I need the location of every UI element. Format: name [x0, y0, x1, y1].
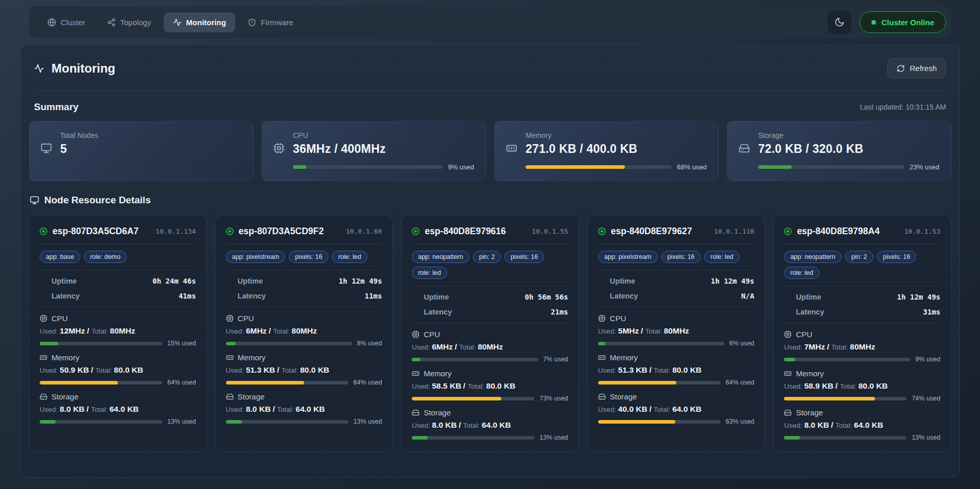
panel-header: Monitoring Refresh — [21, 45, 959, 91]
usage-percent-label: 73% used — [539, 395, 568, 402]
node-tag: app: base — [40, 251, 80, 263]
resource-label-text: Storage — [51, 392, 79, 401]
total-label: Total: — [835, 422, 854, 429]
resource-usage-line: Used: 50.9 KB / Total: 80.0 KB — [40, 365, 196, 375]
node-tag: pixels: 16 — [289, 251, 328, 263]
tab-monitoring[interactable]: Monitoring — [164, 12, 235, 32]
resource-bar-row: 13% used — [226, 418, 382, 425]
resource-label-text: CPU — [610, 314, 626, 323]
resource-label-text: CPU — [424, 330, 440, 339]
resource-label: Memory — [412, 369, 568, 378]
resource-label-text: Storage — [796, 408, 823, 417]
progress-track — [598, 381, 721, 385]
harddrive-icon — [226, 393, 234, 400]
monitor-icon — [30, 196, 39, 205]
uptime-row: Uptime 0h 24m 46s — [40, 277, 196, 285]
uptime-row: Uptime 0h 56m 56s — [412, 293, 568, 301]
resource-bar-row: 13% used — [784, 434, 940, 441]
uptime-label: Uptime — [40, 277, 77, 285]
node-name: esp-807D3A5CD9F2 — [239, 226, 324, 237]
usage-percent-label: 15% used — [167, 340, 196, 347]
page-title: Monitoring — [34, 61, 115, 76]
refresh-button[interactable]: Refresh — [887, 58, 946, 78]
tab-firmware[interactable]: Firmware — [238, 12, 303, 32]
theme-toggle-button[interactable] — [828, 10, 851, 34]
memory-resource-block: Memory Used: 58.5 KB / Total: 80.0 KB 73… — [412, 369, 568, 402]
memory-resource-block: Memory Used: 51.3 KB / Total: 80.0 KB 64… — [226, 353, 382, 386]
used-label: Used: — [412, 382, 432, 390]
resource-label: Storage — [598, 392, 755, 401]
memory-icon — [598, 354, 606, 361]
node-card-header: esp-807D3A5CD6A7 10.0.1.134 — [40, 226, 196, 237]
slash: / — [459, 421, 463, 429]
latency-label-text: Latency — [424, 308, 452, 316]
total-label: Total: — [467, 382, 486, 390]
summary-card-value: 72.0 KB / 320.0 KB — [758, 142, 939, 156]
resource-label: CPU — [598, 314, 755, 323]
progress-track — [784, 436, 906, 440]
used-label: Used: — [784, 422, 804, 429]
resource-label: Storage — [226, 392, 382, 401]
used-value: 51.3 KB — [246, 365, 275, 374]
node-resources: CPU Used: 6MHz / Total: 80MHz 7% used Me… — [412, 330, 568, 441]
total-label: Total: — [91, 406, 110, 413]
total-value: 80.0 KB — [300, 365, 329, 374]
resource-bar-row: 8% used — [226, 340, 382, 347]
latency-label: Latency — [784, 308, 824, 316]
nav-tabs: Cluster Topology Monitoring Firmware — [38, 12, 303, 32]
progress-track — [226, 420, 348, 424]
divider — [784, 323, 940, 323]
node-card-header: esp-840D8E979616 10.0.1.55 — [412, 226, 568, 237]
harddrive-icon — [598, 393, 606, 400]
total-label: Total: — [831, 343, 850, 351]
uptime-value: 1h 12m 49s — [897, 293, 940, 301]
resource-usage-line: Used: 40.0 KB / Total: 64.0 KB — [598, 405, 755, 414]
cluster-status-button[interactable]: Cluster Online — [860, 11, 946, 33]
resource-bar-row: 64% used — [598, 379, 755, 386]
node-resources: CPU Used: 6MHz / Total: 80MHz 8% used Me… — [226, 314, 382, 425]
resource-bar-row: 64% used — [226, 379, 382, 386]
divider — [226, 270, 382, 270]
usage-percent-label: 63% used — [726, 418, 755, 425]
usage-percent-label: 74% used — [912, 395, 940, 402]
node-card: esp-840D8E9798A4 10.0.1.53 app: neopatte… — [773, 215, 951, 452]
progress-track — [412, 397, 534, 400]
latency-label: Latency — [598, 292, 638, 300]
summary-card-value: 5 — [60, 142, 241, 156]
usage-percent-label: 64% used — [726, 379, 755, 386]
progress-fill — [226, 381, 304, 385]
node-name: esp-807D3A5CD6A7 — [52, 226, 138, 237]
progress-fill — [293, 165, 306, 169]
total-value: 80MHz — [292, 326, 317, 335]
used-value: 51.3 KB — [618, 365, 647, 374]
latency-value: 41ms — [179, 292, 196, 300]
node-ip-address: 10.0.1.53 — [904, 228, 940, 235]
summary-usage-bar-row: 68% used — [526, 163, 707, 171]
used-value: 7MHz — [804, 342, 825, 351]
resource-label: Memory — [40, 353, 196, 362]
uptime-value: 0h 24m 46s — [152, 277, 196, 285]
tab-label: Monitoring — [186, 18, 226, 27]
resource-usage-line: Used: 6MHz / Total: 80MHz — [226, 326, 382, 336]
node-card: esp-807D3A5CD6A7 10.0.1.134 app: baserol… — [29, 215, 207, 452]
divider — [784, 286, 940, 286]
latency-label: Latency — [40, 292, 80, 300]
latency-row: Latency 21ms — [412, 308, 568, 316]
cpu-resource-block: CPU Used: 5MHz / Total: 80MHz 6% used — [598, 314, 755, 347]
memory-icon — [412, 370, 419, 377]
node-details-heading-text: Node Resource Details — [44, 195, 151, 206]
memory-resource-block: Memory Used: 58.9 KB / Total: 80.0 KB 74… — [784, 369, 940, 402]
tab-label: Topology — [120, 18, 151, 27]
used-value: 6MHz — [246, 326, 267, 335]
summary-usage-bar-row: 23% used — [758, 163, 939, 171]
resource-label-text: Storage — [610, 392, 637, 401]
divider — [412, 286, 568, 286]
slash: / — [649, 405, 654, 413]
slash: / — [831, 421, 835, 429]
tab-cluster[interactable]: Cluster — [38, 12, 95, 32]
used-value: 6MHz — [432, 342, 452, 351]
tab-topology[interactable]: Topology — [98, 12, 161, 32]
memory-icon — [784, 370, 792, 377]
progress-track — [293, 165, 443, 169]
resource-label-text: Storage — [424, 408, 451, 417]
